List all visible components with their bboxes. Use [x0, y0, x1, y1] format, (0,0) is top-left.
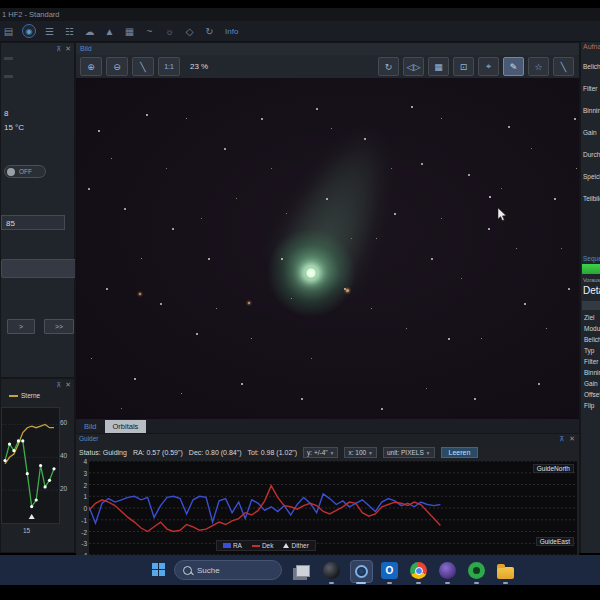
info-link[interactable]: Info: [225, 27, 238, 36]
image-toolbar: ⊕ ⊖ ╲ 1:1 23 % ↻◁▷▦⊡⌖✎☆╲: [76, 55, 579, 78]
y-tick: 3: [83, 469, 87, 476]
list-item: Filter: [583, 78, 600, 100]
zoom-level-label: 23 %: [190, 62, 208, 71]
stretch-button[interactable]: ╲: [132, 57, 154, 76]
y-tick: 0: [83, 505, 87, 512]
clear-button[interactable]: Leeren: [441, 447, 479, 458]
nina-app-icon-active[interactable]: [350, 560, 373, 583]
comet-core: [305, 267, 317, 279]
guider-tot-value: Tot: 0.98 (1.02"): [248, 449, 298, 456]
y-tick: 20: [60, 485, 67, 492]
cloud-icon[interactable]: ☁: [83, 25, 96, 38]
capture-panel-title: Aufnahme: [583, 43, 600, 50]
comet-image-canvas[interactable]: [76, 78, 579, 419]
star-detect-icon[interactable]: ☆: [528, 57, 549, 76]
stars-bright: [98, 130, 100, 132]
guider-chart: GuideNorth GuideEast RA Dek Dither: [89, 461, 577, 555]
image-panel-header[interactable]: Bild: [76, 43, 579, 55]
center-panel: Bild ⊕ ⊖ ╲ 1:1 23 % ↻◁▷▦⊡⌖✎☆╲ Bild: [75, 42, 580, 553]
list-item: Belichtung: [584, 334, 600, 345]
start-button[interactable]: [152, 563, 166, 577]
y-tick: -3: [81, 540, 87, 547]
close-icon[interactable]: ✕: [569, 435, 575, 443]
step-button[interactable]: >: [7, 319, 35, 334]
running-indicator: [416, 582, 421, 584]
y-tick: 2: [83, 481, 87, 488]
tab-bild[interactable]: Bild: [76, 420, 105, 433]
fast-step-button[interactable]: >>: [44, 319, 74, 334]
guider-y-axis: 43210-1-2-3-4: [76, 461, 88, 555]
rotate-image-icon[interactable]: ↻: [378, 57, 399, 76]
y-tick: 1: [83, 493, 87, 500]
running-indicator: [474, 582, 479, 584]
unit-dropdown[interactable]: unit: PIXELS ▼: [383, 447, 435, 458]
sequence-rows: ZielModusBelichtungTypFilterBinningGainO…: [584, 312, 600, 411]
sequence-icon[interactable]: ☰: [43, 25, 56, 38]
legend-dec: Dek: [252, 542, 274, 549]
graph-icon[interactable]: ~: [143, 25, 156, 38]
annotate-icon[interactable]: ✎: [503, 57, 524, 76]
sequence-panel-title: Sequenz: [583, 255, 600, 262]
window-title: 1 HF2 - Standard: [2, 10, 60, 19]
list-item: Speichern: [583, 166, 600, 188]
camera-icon[interactable]: ▤: [2, 25, 15, 38]
letterbox-top: [0, 0, 600, 8]
histogram-icon[interactable]: ▦: [123, 25, 136, 38]
guider-legend: RA Dek Dither: [216, 540, 316, 551]
cropped-row: [4, 75, 13, 78]
running-indicator: [329, 582, 334, 584]
pin-icon[interactable]: ⊼: [559, 435, 564, 443]
active-indicator: [356, 582, 366, 584]
guider-dec-value: Dec: 0.80 (0.84"): [189, 449, 242, 456]
sky-atlas-icon[interactable]: ▲: [103, 25, 116, 38]
x-scale-dropdown[interactable]: x: 100 ▼: [344, 447, 376, 458]
grid-icon[interactable]: ▦: [428, 57, 449, 76]
list-item: Flip: [584, 400, 600, 411]
legend-ra: RA: [223, 542, 242, 549]
shield-icon[interactable]: ◇: [183, 25, 196, 38]
hfr-y-axis: 604020: [60, 407, 74, 522]
pin-icon[interactable]: ⊼: [56, 381, 61, 389]
image-tab-label: Bild: [80, 45, 92, 52]
y-scale-dropdown[interactable]: y: +/-4" ▼: [303, 447, 338, 458]
list-item: Gain: [584, 378, 600, 389]
outlook-app-icon[interactable]: O: [379, 560, 400, 581]
running-indicator: [445, 582, 450, 584]
guide-east-label: GuideEast: [536, 537, 574, 546]
zoom-in-button[interactable]: ⊕: [80, 57, 102, 76]
windows-taskbar: Suche O: [0, 555, 600, 585]
planetarium-app-icon[interactable]: [321, 560, 342, 581]
mouse-cursor: [498, 208, 508, 222]
close-icon[interactable]: ✕: [65, 45, 71, 53]
imaging-icon[interactable]: ◉: [22, 24, 36, 38]
one-to-one-button[interactable]: 1:1: [158, 57, 180, 76]
tab-orbitals[interactable]: Orbitals: [105, 420, 147, 433]
cooling-button[interactable]: [1, 259, 76, 278]
chrome-app-icon[interactable]: [408, 560, 429, 581]
list-item: Durchrollen: [583, 144, 600, 166]
sequence-progress-bar: [582, 264, 600, 274]
guider-status: Status: Guiding: [79, 449, 127, 456]
cooler-toggle[interactable]: OFF: [4, 165, 46, 178]
search-icon: [183, 566, 192, 575]
crosshair-icon[interactable]: ⌖: [478, 57, 499, 76]
bulb-icon[interactable]: ☼: [163, 25, 176, 38]
file-explorer-icon[interactable]: [495, 560, 516, 581]
green-app-icon[interactable]: [466, 560, 487, 581]
close-icon[interactable]: ✕: [65, 381, 71, 389]
equalizer-icon[interactable]: ☷: [63, 25, 76, 38]
astronomy-app-icon[interactable]: [437, 560, 458, 581]
list-item: Binning: [583, 100, 600, 122]
rotate-icon[interactable]: ↻: [203, 25, 216, 38]
hfr-legend: Sterne: [9, 392, 40, 399]
platesolve-icon[interactable]: ⊡: [453, 57, 474, 76]
photos-app-icon[interactable]: [292, 560, 313, 581]
pin-icon[interactable]: ⊼: [56, 45, 61, 53]
flip-image-icon[interactable]: ◁▷: [403, 57, 424, 76]
zoom-out-button[interactable]: ⊖: [106, 57, 128, 76]
line-profile-icon[interactable]: ╲: [553, 57, 574, 76]
setpoint-input[interactable]: 85: [1, 215, 65, 230]
stars-dim: [111, 158, 112, 159]
taskbar-search[interactable]: Suche: [174, 560, 282, 580]
cropped-row: [4, 57, 13, 60]
